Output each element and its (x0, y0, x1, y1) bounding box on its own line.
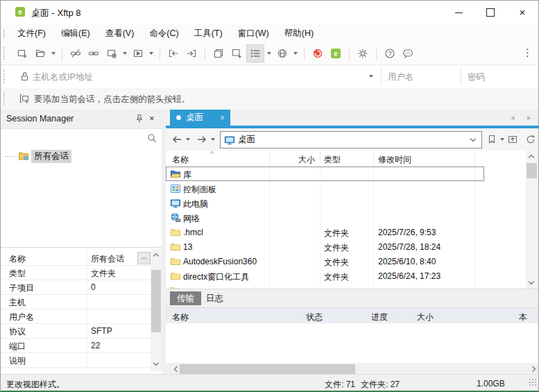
column-divider[interactable] (514, 309, 515, 322)
resize-grip[interactable] (529, 379, 536, 386)
file-list-scrollbar[interactable] (526, 151, 538, 289)
xshell-launch-button[interactable] (309, 45, 326, 62)
web-button[interactable] (274, 45, 291, 62)
menu-tools[interactable]: 工具(T) (189, 25, 228, 42)
run-button[interactable] (130, 45, 146, 62)
file-row-selected[interactable]: 库 (166, 167, 484, 181)
maximize-button[interactable] (474, 1, 506, 24)
forward-history-dropdown[interactable] (211, 138, 215, 141)
help-button[interactable]: ? (382, 45, 398, 62)
export-button[interactable] (183, 45, 200, 62)
menu-command[interactable]: 命令(C) (144, 25, 184, 42)
transfer-horizontal-scrollbar[interactable] (170, 364, 539, 375)
scroll-right-icon[interactable] (529, 364, 539, 375)
session-tree-root[interactable]: 所有会话 (1, 149, 162, 163)
column-divider[interactable] (393, 309, 393, 322)
session-tab-desktop[interactable]: 桌面 × (170, 110, 230, 126)
menu-edit[interactable]: 编辑(E) (55, 25, 96, 42)
forward-icon[interactable] (196, 134, 207, 145)
file-row[interactable]: .hmcl 文件夹 2025/7/26, 9:53 (166, 225, 526, 239)
menu-help[interactable]: 帮助(H) (279, 25, 319, 42)
file-row[interactable]: directx窗口化工具 文件夹 2025/6/24, 17:23 (166, 269, 526, 283)
file-row[interactable]: 网络 (166, 210, 526, 225)
column-type[interactable]: 类型 (324, 154, 341, 166)
info-grip[interactable] (3, 93, 5, 105)
refresh-icon[interactable] (525, 134, 536, 145)
file-row[interactable]: AutodeskFusion360 文件夹 2025/6/10, 8:40 (166, 254, 526, 269)
column-divider[interactable] (269, 152, 270, 164)
minimize-button[interactable] (443, 1, 474, 24)
transfer-list[interactable] (166, 323, 539, 363)
settings-button[interactable] (354, 45, 371, 62)
column-name[interactable]: 名称 (172, 312, 189, 323)
connect-grip[interactable] (3, 70, 5, 83)
duplicate-tab-button[interactable] (210, 45, 227, 62)
properties-scrollbar[interactable] (151, 249, 162, 371)
column-status[interactable]: 状态 (306, 312, 323, 323)
scroll-up-icon[interactable] (151, 249, 162, 260)
scroll-up-icon[interactable] (526, 151, 537, 162)
folder-up-icon[interactable] (507, 134, 518, 145)
panel-close-icon[interactable]: × (149, 113, 155, 123)
toolbar-grip[interactable] (3, 47, 5, 60)
scrollbar-thumb[interactable] (151, 270, 161, 332)
menu-window[interactable]: 窗口(W) (232, 25, 275, 42)
view-style-button[interactable] (246, 44, 264, 62)
title-bar[interactable]: e 桌面 - Xftp 8 × (1, 1, 538, 24)
back-icon[interactable] (171, 134, 182, 145)
bookmark-icon[interactable] (486, 134, 497, 145)
column-divider[interactable] (474, 152, 475, 164)
web-dropdown[interactable] (293, 52, 298, 55)
file-row-partial[interactable] (166, 283, 526, 289)
column-name[interactable]: 名称 (172, 154, 189, 166)
file-row[interactable]: 13 文件夹 2025/7/28, 18:24 (166, 239, 526, 254)
host-input[interactable]: 主机名或IP地址 (33, 71, 93, 83)
scrollbar-thumb[interactable] (180, 364, 355, 374)
new-window-button[interactable] (228, 45, 245, 62)
column-progress[interactable]: 进度 (345, 312, 388, 323)
session-properties-button[interactable] (103, 45, 120, 62)
tab-transfer[interactable]: 传输 (170, 291, 201, 305)
tab-scroll-left-icon[interactable]: ◂ (511, 113, 515, 122)
column-divider[interactable] (412, 309, 413, 322)
file-row[interactable]: 控制面板 (166, 181, 526, 196)
bookmark-dropdown[interactable] (500, 138, 504, 141)
back-history-dropdown[interactable] (186, 138, 190, 141)
username-input[interactable]: 用户名 (388, 71, 414, 83)
browse-button[interactable]: ... (137, 252, 151, 264)
open-session-button[interactable] (32, 45, 49, 62)
close-button[interactable]: × (506, 1, 538, 24)
toolbar-overflow-button[interactable]: ⋮ (522, 46, 533, 59)
column-divider[interactable] (373, 152, 374, 164)
session-properties-dropdown[interactable] (123, 52, 127, 55)
import-button[interactable] (165, 45, 182, 62)
password-input[interactable]: 密码 (468, 71, 485, 83)
column-divider[interactable] (320, 152, 320, 164)
scroll-down-icon[interactable] (151, 359, 162, 370)
column-size[interactable]: 大小 (269, 154, 315, 166)
host-history-dropdown[interactable] (369, 75, 373, 78)
session-search-box[interactable] (1, 128, 162, 148)
open-session-dropdown[interactable] (51, 52, 55, 55)
combo-chevron-icon[interactable] (468, 135, 479, 146)
view-style-dropdown[interactable] (267, 52, 271, 55)
scrollbar-thumb[interactable] (527, 163, 537, 178)
scroll-down-icon[interactable] (526, 278, 537, 289)
column-divider[interactable] (301, 309, 302, 322)
menu-file[interactable]: 文件(F) (12, 25, 51, 42)
tab-scroll-right-icon[interactable]: ▸ (527, 113, 531, 122)
tab-close-icon[interactable]: × (220, 113, 225, 123)
column-local-path[interactable]: 本 (519, 312, 527, 323)
pin-icon[interactable] (134, 113, 145, 124)
tab-log[interactable]: 日志 (199, 291, 230, 305)
reconnect-button[interactable] (85, 45, 102, 62)
column-modified[interactable]: 修改时间 (378, 154, 411, 166)
file-row[interactable]: 此电脑 (166, 196, 526, 210)
address-combo[interactable]: 桌面 (220, 131, 482, 148)
run-dropdown[interactable] (149, 52, 153, 55)
xftp-launch-button[interactable]: e (327, 45, 344, 62)
disconnect-button[interactable] (67, 45, 84, 62)
feedback-button[interactable] (400, 45, 416, 62)
menu-view[interactable]: 查看(V) (100, 25, 140, 42)
menu-grip[interactable] (3, 29, 5, 37)
